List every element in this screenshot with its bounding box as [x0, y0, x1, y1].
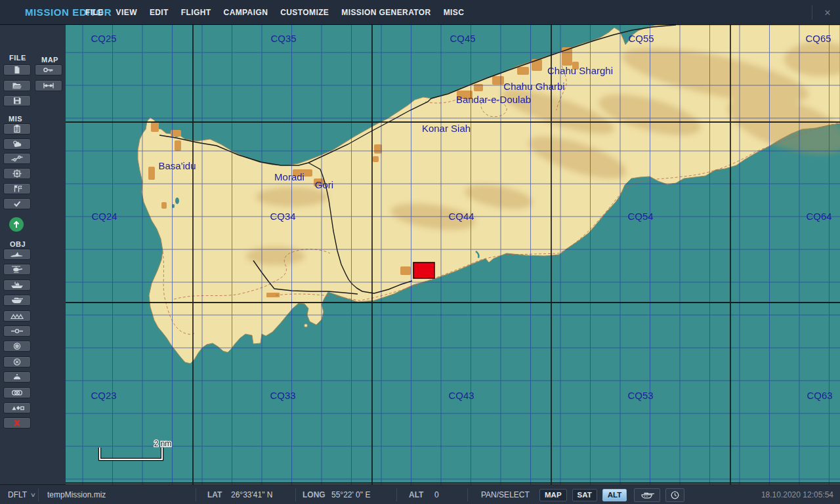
airplane-icon	[9, 250, 25, 259]
town-label-chahu-sharghi: Chahu Sharghi	[547, 65, 613, 76]
view-toggle-sat[interactable]: SAT	[572, 489, 597, 501]
zone-rings-button[interactable]	[3, 341, 31, 352]
scale-label: 2 nm	[154, 439, 172, 448]
long-label: LONG	[303, 485, 326, 504]
delete-x-icon	[9, 419, 25, 427]
mode-indicator: PAN/SELECT	[481, 485, 530, 504]
lat-value: 26°33'41" N	[231, 485, 272, 504]
clock-icon	[670, 490, 680, 500]
grid-square-label-cq55: CQ55	[628, 33, 654, 44]
weather-button[interactable]	[3, 138, 31, 150]
view-toggle-alt[interactable]: ALT	[602, 489, 627, 501]
close-icon[interactable]: ✕	[820, 5, 835, 20]
bullseye-square-button[interactable]	[3, 168, 31, 179]
mission-filename: tempMission.miz	[47, 485, 106, 504]
town-label-bandar-e-doulab: Bandar-e-Doulab	[456, 94, 531, 105]
profile-dropdown[interactable]: DFLT ∨	[8, 485, 35, 504]
template-rings-button[interactable]	[3, 387, 31, 398]
obj-section-label: OBJ	[10, 240, 26, 248]
profile-value: DFLT	[8, 490, 27, 499]
rules-switch-button[interactable]	[3, 153, 31, 164]
waypoint-button[interactable]	[3, 326, 31, 337]
town-label-moradi: Moradi	[274, 171, 304, 182]
town-label-gori: Gori	[315, 179, 333, 190]
weather-icon	[9, 140, 25, 148]
map-canvas[interactable]: CQ25CQ35CQ45CQ55CQ65CQ24CQ34CQ44CQ54CQ64…	[66, 25, 840, 484]
helicopter-button[interactable]	[3, 264, 31, 275]
menu-item-customize[interactable]: CUSTOMIZE	[280, 8, 329, 17]
grid-square-label-cq23: CQ23	[91, 390, 116, 401]
static-object-icon	[9, 312, 25, 320]
grid-square-label-cq53: CQ53	[627, 390, 653, 401]
view-toggle-map[interactable]: MAP	[539, 489, 567, 501]
menu-item-campaign[interactable]: CAMPAIGN	[224, 8, 268, 17]
tank-button[interactable]	[3, 295, 31, 306]
toolbar-sidebar: FILE MAP MIS OBJ	[0, 25, 66, 484]
fly-mission-button[interactable]	[9, 217, 24, 232]
ruler-icon	[41, 81, 56, 90]
shapes-icon	[9, 404, 25, 412]
menu-item-misc[interactable]: MISC	[444, 8, 465, 17]
islet	[304, 324, 308, 327]
flags-icon	[9, 184, 25, 193]
unit-marker[interactable]	[413, 262, 434, 278]
town-label-basa-idu: Basa'idu	[158, 160, 196, 171]
chevron-down-icon: ∨	[30, 492, 36, 498]
briefing-button[interactable]	[3, 123, 31, 135]
delete-x-button[interactable]	[3, 417, 31, 429]
menu-item-file[interactable]: FILE	[85, 8, 104, 17]
ground-unit-tank-icon	[639, 491, 656, 499]
grid-square-label-cq54: CQ54	[627, 211, 653, 222]
rules-switch-icon	[9, 154, 25, 163]
grid-square-label-cq33: CQ33	[270, 390, 295, 401]
waypoint-icon	[9, 327, 25, 335]
validate-check-button[interactable]	[3, 198, 31, 209]
mis-section-label: MIS	[9, 115, 22, 123]
new-mission-icon	[9, 66, 25, 74]
trigger-circle-x-icon	[9, 358, 25, 366]
template-rings-icon	[9, 388, 25, 397]
farp-dome-icon	[9, 373, 25, 381]
file-section-label: FILE	[9, 54, 26, 62]
farp-dome-button[interactable]	[3, 371, 31, 383]
ship-button[interactable]	[3, 280, 31, 291]
menu-item-flight[interactable]: FLIGHT	[181, 8, 211, 17]
menu-item-view[interactable]: VIEW	[116, 8, 137, 17]
grid-square-label-cq44: CQ44	[448, 211, 474, 222]
ruler-button[interactable]	[35, 80, 62, 91]
tank-icon	[9, 296, 25, 304]
grid-square-label-cq64: CQ64	[806, 211, 831, 222]
alt-label: ALT	[409, 485, 423, 504]
menu-item-edit[interactable]: EDIT	[150, 8, 169, 17]
shapes-button[interactable]	[3, 402, 31, 413]
helicopter-icon	[9, 265, 25, 274]
save-mission-button[interactable]	[3, 95, 31, 106]
long-value: 55°22' 0" E	[331, 485, 370, 504]
statusbar-icon-buttons	[634, 485, 690, 504]
flags-button[interactable]	[3, 183, 31, 194]
static-object-button[interactable]	[3, 310, 31, 322]
datetime-display: 18.10.2020 12:05:54	[761, 485, 833, 504]
menu-bar: MISSION EDITOR FILEVIEWEDITFLIGHTCAMPAIG…	[0, 0, 840, 25]
airplane-button[interactable]	[3, 249, 31, 260]
town-label-konar-siah: Konar Siah	[422, 123, 471, 134]
fly-up-arrow-icon	[11, 219, 22, 230]
open-mission-button[interactable]	[3, 80, 31, 91]
grid-square-label-cq63: CQ63	[807, 390, 832, 401]
map-key-button[interactable]	[35, 64, 62, 75]
ground-unit-tank-button[interactable]	[634, 488, 660, 502]
alt-value: 0	[434, 485, 439, 504]
grid-square-label-cq25: CQ25	[91, 33, 116, 44]
trigger-circle-x-button[interactable]	[3, 356, 31, 368]
new-mission-button[interactable]	[3, 64, 31, 75]
bullseye-square-icon	[9, 169, 25, 178]
lat-label: LAT	[207, 485, 222, 504]
save-mission-icon	[9, 96, 25, 105]
zone-rings-icon	[9, 342, 25, 350]
menu-item-mission-generator[interactable]: MISSION GENERATOR	[341, 8, 430, 17]
town-label-chahu-gharbi: Chahu Gharbi	[503, 81, 564, 92]
clock-button[interactable]	[665, 488, 684, 502]
briefing-icon	[9, 125, 25, 133]
grid-square-label-cq45: CQ45	[450, 33, 475, 44]
status-bar: DFLT ∨ tempMission.miz LAT 26°33'41" N L…	[0, 484, 840, 504]
